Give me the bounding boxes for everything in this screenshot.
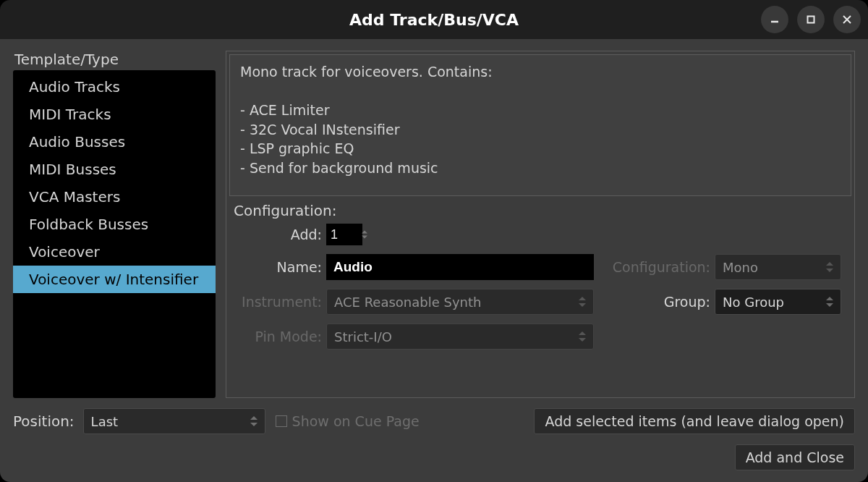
configuration-grid: Add: Name: Configu — [235, 224, 847, 350]
configuration-label: Configuration: — [598, 259, 710, 275]
instrument-label: Instrument: — [235, 294, 322, 310]
top-row: Template/Type Audio Tracks MIDI Tracks A… — [13, 51, 855, 398]
position-select[interactable]: Last — [83, 408, 265, 434]
dialog-body: Template/Type Audio Tracks MIDI Tracks A… — [0, 39, 868, 482]
titlebar: Add Track/Bus/VCA — [0, 0, 868, 39]
name-input[interactable] — [326, 254, 594, 280]
add-input[interactable] — [326, 224, 362, 245]
position-label: Position: — [13, 413, 75, 430]
instrument-value: ACE Reasonable Synth — [334, 295, 481, 310]
pinmode-select[interactable]: Strict-I/O — [326, 324, 594, 350]
template-item-midi-tracks[interactable]: MIDI Tracks — [13, 101, 216, 128]
pinmode-value: Strict-I/O — [334, 329, 392, 344]
instrument-select[interactable]: ACE Reasonable Synth — [326, 289, 594, 315]
add-and-close-button[interactable]: Add and Close — [735, 444, 855, 470]
name-label: Name: — [235, 259, 322, 275]
pinmode-label: Pin Mode: — [235, 329, 322, 344]
minimize-icon — [769, 14, 780, 25]
template-list[interactable]: Audio Tracks MIDI Tracks Audio Busses MI… — [13, 70, 216, 398]
spinner-icon — [250, 416, 258, 426]
window-buttons — [761, 6, 861, 33]
template-item-audio-busses[interactable]: Audio Busses — [13, 128, 216, 156]
template-item-audio-tracks[interactable]: Audio Tracks — [13, 73, 216, 101]
template-item-voiceover[interactable]: Voiceover — [13, 238, 216, 266]
footer-row-2: Add and Close — [13, 444, 855, 470]
configuration-heading: Configuration: — [234, 202, 847, 219]
template-item-voiceover-intensifier[interactable]: Voiceover w/ Intensifier — [13, 266, 216, 293]
window-title: Add Track/Bus/VCA — [349, 11, 519, 29]
group-select[interactable]: No Group — [715, 289, 841, 315]
configuration-value: Mono — [723, 260, 758, 275]
details-panel: Mono track for voiceovers. Contains: - A… — [226, 51, 855, 398]
template-description: Mono track for voiceovers. Contains: - A… — [229, 54, 851, 196]
template-item-midi-busses[interactable]: MIDI Busses — [13, 156, 216, 183]
template-heading: Template/Type — [13, 51, 216, 68]
maximize-icon — [805, 14, 817, 25]
spinner-icon — [579, 297, 586, 307]
group-label: Group: — [598, 294, 710, 310]
template-item-foldback-busses[interactable]: Foldback Busses — [13, 211, 216, 238]
add-leave-open-button[interactable]: Add selected items (and leave dialog ope… — [534, 408, 855, 434]
add-spinbox[interactable] — [326, 224, 367, 245]
close-button[interactable] — [833, 6, 861, 33]
svg-rect-1 — [808, 17, 814, 23]
configuration-select[interactable]: Mono — [715, 254, 841, 280]
add-label: Add: — [235, 227, 322, 242]
add-cell — [326, 224, 594, 245]
spinner-icon — [826, 262, 833, 272]
footer-row: Position: Last Show on Cue Page Add sele… — [13, 408, 855, 434]
template-item-vca-masters[interactable]: VCA Masters — [13, 183, 216, 211]
configuration-area: Configuration: Add: Name: — [229, 196, 851, 351]
close-icon — [841, 14, 853, 25]
name-cell — [326, 254, 594, 280]
show-cue-label: Show on Cue Page — [292, 413, 420, 429]
spinner-icon — [826, 297, 833, 307]
spinner-icon[interactable] — [362, 230, 367, 238]
minimize-button[interactable] — [761, 6, 788, 33]
spinner-icon — [579, 331, 586, 342]
template-column: Template/Type Audio Tracks MIDI Tracks A… — [13, 51, 216, 398]
group-value: No Group — [723, 295, 784, 310]
show-cue-row[interactable]: Show on Cue Page — [276, 413, 420, 429]
dialog-window: Add Track/Bus/VCA Template/Type Audio Tr… — [0, 0, 868, 482]
position-value: Last — [91, 414, 119, 429]
maximize-button[interactable] — [797, 6, 825, 33]
show-cue-checkbox[interactable] — [276, 415, 287, 427]
